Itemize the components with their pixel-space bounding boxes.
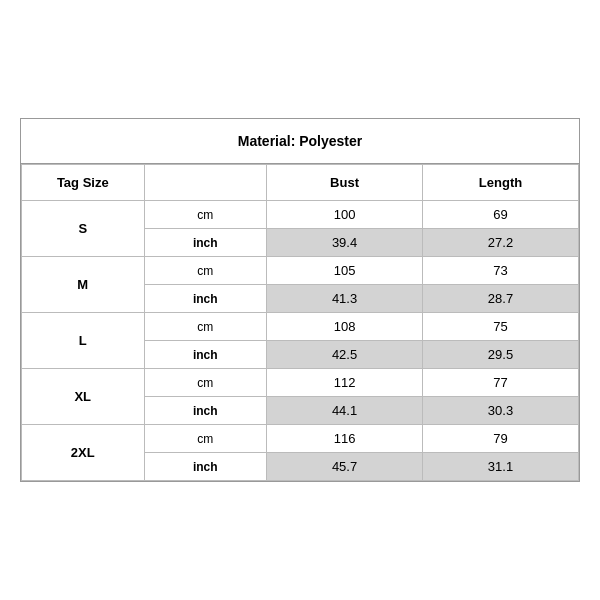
size-cell: L [22, 313, 145, 369]
length-cm: 77 [423, 369, 579, 397]
header-length: Length [423, 165, 579, 201]
unit-inch: inch [144, 285, 267, 313]
bust-cm: 112 [267, 369, 423, 397]
unit-cm: cm [144, 369, 267, 397]
length-cm: 79 [423, 425, 579, 453]
bust-cm: 116 [267, 425, 423, 453]
bust-inch: 41.3 [267, 285, 423, 313]
size-cell: 2XL [22, 425, 145, 481]
length-cm: 75 [423, 313, 579, 341]
length-inch: 28.7 [423, 285, 579, 313]
bust-cm: 100 [267, 201, 423, 229]
length-inch: 31.1 [423, 453, 579, 481]
length-inch: 30.3 [423, 397, 579, 425]
unit-inch: inch [144, 341, 267, 369]
header-row: Tag Size Bust Length [22, 165, 579, 201]
size-cell: S [22, 201, 145, 257]
length-inch: 27.2 [423, 229, 579, 257]
length-cm: 69 [423, 201, 579, 229]
size-cell: XL [22, 369, 145, 425]
bust-inch: 45.7 [267, 453, 423, 481]
table-row: Lcm10875 [22, 313, 579, 341]
length-cm: 73 [423, 257, 579, 285]
bust-inch: 39.4 [267, 229, 423, 257]
unit-cm: cm [144, 257, 267, 285]
unit-inch: inch [144, 397, 267, 425]
bust-inch: 42.5 [267, 341, 423, 369]
unit-inch: inch [144, 229, 267, 257]
unit-cm: cm [144, 201, 267, 229]
unit-cm: cm [144, 425, 267, 453]
size-cell: M [22, 257, 145, 313]
bust-cm: 108 [267, 313, 423, 341]
table-row: 2XLcm11679 [22, 425, 579, 453]
table-row: Scm10069 [22, 201, 579, 229]
bust-inch: 44.1 [267, 397, 423, 425]
size-table: Tag Size Bust Length Scm10069inch39.427.… [21, 164, 579, 481]
header-unit-col [144, 165, 267, 201]
bust-cm: 105 [267, 257, 423, 285]
header-tag-size: Tag Size [22, 165, 145, 201]
table-title: Material: Polyester [21, 119, 579, 164]
table-row: XLcm11277 [22, 369, 579, 397]
length-inch: 29.5 [423, 341, 579, 369]
table-row: Mcm10573 [22, 257, 579, 285]
header-bust: Bust [267, 165, 423, 201]
unit-inch: inch [144, 453, 267, 481]
size-chart: Material: Polyester Tag Size Bust Length… [20, 118, 580, 482]
unit-cm: cm [144, 313, 267, 341]
